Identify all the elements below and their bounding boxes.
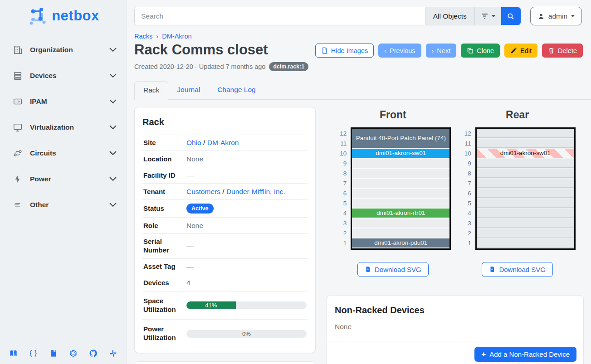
tenant-link[interactable]: Dunder-Mifflin, Inc. [226,188,285,195]
rack-device[interactable]: Panduit 48-Port Patch Panel (74) [352,129,449,148]
empty-unit-slot[interactable] [477,228,574,238]
rear-rack-frame: dmi01-akron-sw01 [475,127,576,250]
clone-button[interactable]: Clone [461,44,500,58]
tenant-group-link[interactable]: Customers [186,188,220,195]
empty-unit-slot[interactable] [477,238,574,248]
empty-unit-slot[interactable] [352,169,449,179]
sidebar-item-circuits[interactable]: Circuits [0,144,127,162]
app-root: netbox Organization Devices [0,0,591,364]
empty-unit-slot[interactable] [477,218,574,228]
chevron-down-icon [109,175,117,183]
github-icon[interactable] [89,349,98,358]
chevron-down-icon [109,46,117,54]
sidebar-item-label: Devices [30,72,57,80]
empty-unit-slot[interactable] [477,209,574,218]
breadcrumb-site-link[interactable]: DM-Akron [162,33,191,40]
unit-number: 9 [459,159,471,169]
table-row-tenant: Tenant Customers / Dunder-Mifflin, Inc. [142,184,308,200]
location-value: None [186,155,307,163]
facility-id-value: — [186,171,307,180]
empty-unit-slot[interactable] [477,189,574,199]
empty-unit-slot[interactable] [477,179,574,189]
netbox-logo[interactable]: netbox [0,0,127,29]
edit-button[interactable]: Edit [504,44,537,58]
unit-number: 3 [459,218,471,228]
unit-number: 1 [459,238,471,248]
user-label: admin [548,12,567,20]
empty-unit-slot[interactable] [352,199,449,209]
add-non-racked-device-button[interactable]: + Add a Non-Racked Device [474,347,576,362]
pencil-icon [510,47,517,54]
sidebar-item-label: Circuits [30,149,56,157]
search-filter-button[interactable] [474,7,501,25]
image-file-icon [321,47,328,54]
next-button[interactable]: › Next [426,44,457,58]
sidebar-item-ipam[interactable]: IPAM [0,92,127,111]
space-utilization-bar-fill: 41% [186,301,236,309]
rack-device[interactable]: dmi01-akron-sw01 [477,149,574,158]
site-link[interactable]: DM-Akron [207,139,239,146]
previous-button[interactable]: ‹ Previous [378,44,421,58]
empty-unit-slot[interactable] [352,159,449,169]
netbox-wordmark: netbox [52,8,99,24]
search-scope-button[interactable]: All Objects [425,7,474,25]
rear-download-svg-button[interactable]: Download SVG [482,262,553,277]
empty-unit-slot[interactable] [477,159,574,169]
unit-number: 5 [459,199,471,209]
power-utilization-label: 0% [186,330,307,338]
menu-lines-icon [13,200,23,210]
rack-device[interactable]: dmi01-akron-rtr01 [352,209,449,218]
front-download-svg-button[interactable]: Download SVG [357,262,429,277]
empty-unit-slot[interactable] [352,179,449,189]
unit-number: 12 [335,129,347,139]
empty-unit-slot[interactable] [352,218,449,228]
devices-count-link[interactable]: 4 [186,279,190,286]
unit-number: 6 [459,189,471,199]
rack-device[interactable]: dmi01-akron-sw01 [352,149,449,158]
tab-journal[interactable]: Journal [168,81,209,99]
unit-number: 8 [459,169,471,179]
chevron-down-icon [109,201,117,209]
journal-icon[interactable] [49,349,58,358]
sidebar-item-devices[interactable]: Devices [0,67,127,85]
non-racked-devices-footer: + Add a Non-Racked Device [327,341,583,364]
sidebar-item-virtualization[interactable]: Virtualization [0,118,127,136]
unit-number: 12 [459,129,471,139]
sidebar-item-power[interactable]: Power [0,170,127,188]
empty-unit-slot[interactable] [352,189,449,199]
caret-down-icon [571,15,575,17]
front-unit-numbers: 121110987654321 [335,127,347,250]
space-utilization-bar: 41% [186,301,307,309]
copy-icon [467,47,474,54]
main-area: All Objects admin Racks › DM-Akron Rac [127,0,591,364]
code-braces-icon[interactable] [29,349,38,358]
user-menu-button[interactable]: admin [530,7,582,25]
empty-unit-slot[interactable] [352,228,449,238]
search-input[interactable] [135,7,425,25]
site-region-link[interactable]: Ohio [186,139,201,146]
breadcrumb-racks-link[interactable]: Racks [134,33,152,40]
empty-unit-slot[interactable] [477,169,574,179]
empty-unit-slot[interactable] [477,129,574,139]
building-icon [13,45,23,55]
rack-device[interactable]: dmi01-akron-pdu01 [352,238,449,248]
docs-book-icon[interactable] [9,349,18,358]
hide-images-button[interactable]: Hide Images [315,44,374,58]
tab-rack[interactable]: Rack [134,81,168,100]
rack-elevations: Front 121110987654321 Panduit 48-Port Pa… [327,107,584,277]
graphql-icon[interactable] [69,349,78,358]
tab-change-log[interactable]: Change Log [209,81,264,99]
search-icon [507,12,515,20]
delete-button[interactable]: Delete [542,44,583,58]
slack-icon[interactable] [109,349,117,358]
counter-icon [13,97,23,107]
object-id-badge: dcim.rack:1 [269,62,308,71]
front-rack-frame: Panduit 48-Port Patch Panel (74)dmi01-ak… [351,127,451,250]
sidebar-item-other[interactable]: Other [0,196,127,214]
sidebar-item-label: Power [30,175,51,183]
empty-unit-slot[interactable] [477,199,574,209]
rack-attributes-table: Site Ohio / DM-Akron Location None [142,135,308,348]
sidebar-item-organization[interactable]: Organization [0,41,127,59]
empty-unit-slot[interactable] [477,139,574,149]
search-submit-button[interactable] [501,7,521,25]
